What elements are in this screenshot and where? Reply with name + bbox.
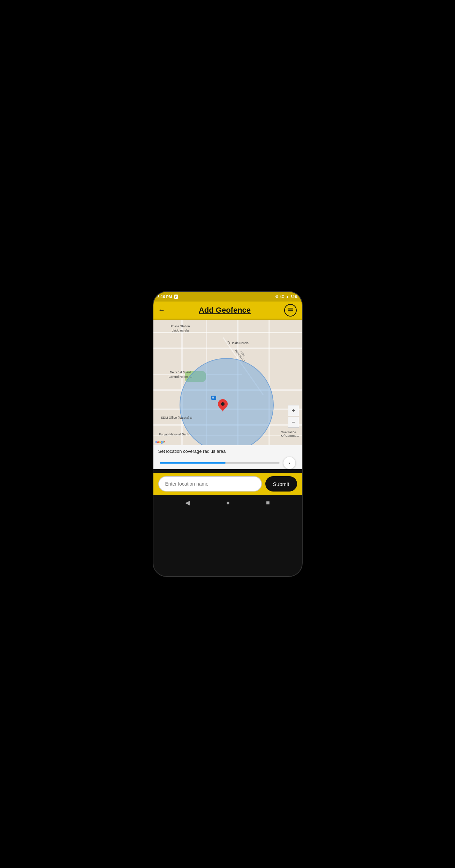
map-label-dsidc: ⬡Dsidc Narela: [227, 341, 249, 345]
back-button[interactable]: ←: [158, 306, 165, 314]
map-label-sdm: SDM Office (Narela) ⊞: [161, 416, 192, 419]
radius-label: Set location coverage radius area: [158, 449, 297, 454]
map-view[interactable]: Police Stationdsidc narela ⬡Dsidc Narela…: [153, 320, 302, 445]
menu-line-3: [288, 312, 293, 313]
location-name-input[interactable]: [158, 476, 262, 492]
slider-track[interactable]: [160, 462, 280, 464]
menu-line-1: [288, 308, 293, 309]
slider-row: ›: [158, 457, 297, 469]
content-area: Set location coverage radius area ›: [153, 445, 302, 469]
status-time: 8:10 PM: [158, 295, 172, 299]
map-label-police: Police Stationdsidc narela: [171, 325, 190, 333]
map-label-pnb: Punjab National Bank: [159, 433, 189, 436]
map-pin: [218, 399, 228, 412]
map-label-oriental: Oriental Ba...Of Comme...: [281, 431, 299, 437]
network-icon: 4G: [280, 295, 284, 299]
wifi-icon: ⦾: [275, 295, 278, 299]
map-background: Police Stationdsidc narela ⬡Dsidc Narela…: [153, 320, 302, 445]
slider-fill: [160, 462, 226, 464]
pin-head: [216, 397, 230, 411]
nav-bar: ◀ ● ■: [153, 495, 302, 510]
transit-icon: [211, 396, 216, 400]
battery-text: 34%: [290, 295, 297, 299]
nav-recents-icon[interactable]: ■: [266, 499, 270, 507]
menu-line-2: [288, 310, 293, 311]
map-label-delhi-jal: Delhi Jal BoardControl Room ⊞: [169, 370, 192, 379]
menu-button[interactable]: [284, 304, 297, 317]
nav-back-icon[interactable]: ◀: [185, 499, 190, 507]
phone-frame: 8:10 PM P ⦾ 4G ▲ 34% ← Add Geofence: [153, 291, 303, 577]
status-bar: 8:10 PM P ⦾ 4G ▲ 34%: [153, 292, 302, 302]
google-logo: Google: [155, 440, 166, 444]
submit-button[interactable]: Submit: [265, 476, 297, 492]
zoom-out-button[interactable]: −: [288, 417, 299, 428]
page-title: Add Geofence: [199, 306, 251, 315]
zoom-in-button[interactable]: +: [288, 405, 299, 416]
zoom-controls: + −: [288, 405, 299, 428]
bottom-bar: Submit: [153, 473, 302, 495]
signal-icon: ▲: [286, 295, 289, 299]
slider-thumb[interactable]: ›: [283, 457, 296, 469]
status-right: ⦾ 4G ▲ 34%: [275, 295, 297, 299]
parking-icon: P: [174, 295, 178, 299]
app-bar: ← Add Geofence: [153, 302, 302, 320]
nav-home-icon[interactable]: ●: [226, 499, 230, 507]
